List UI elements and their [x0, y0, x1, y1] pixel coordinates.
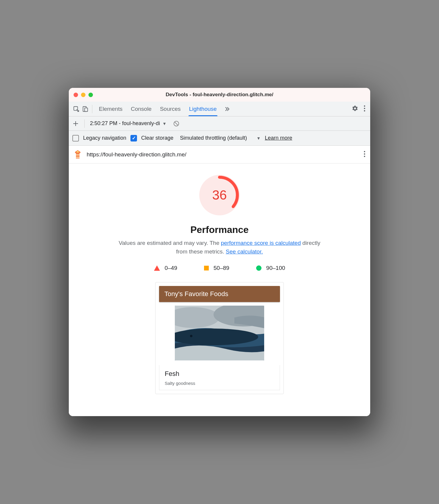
window-title: DevTools - foul-heavenly-direction.glitc…: [69, 92, 370, 98]
score-calculated-link[interactable]: performance score is calculated: [221, 240, 301, 246]
svg-rect-12: [76, 154, 80, 155]
tab-elements[interactable]: Elements: [99, 102, 122, 116]
legend-average: 50–89: [204, 265, 229, 271]
devtools-window: DevTools - foul-heavenly-direction.glitc…: [69, 88, 370, 416]
svg-point-16: [364, 153, 365, 154]
legend-pass-label: 90–100: [266, 265, 285, 271]
tab-sources[interactable]: Sources: [160, 102, 181, 116]
svg-point-5: [364, 110, 365, 111]
legacy-navigation-checkbox[interactable]: [72, 135, 79, 141]
close-window-button[interactable]: [74, 93, 78, 97]
report-url: https://foul-heavenly-direction.glitch.m…: [87, 151, 359, 158]
new-report-button[interactable]: [72, 120, 79, 127]
svg-point-15: [364, 151, 365, 152]
legend-average-label: 50–89: [214, 265, 229, 271]
svg-point-23: [190, 335, 192, 337]
lighthouse-report: 36 Performance Values are estimated and …: [69, 164, 370, 416]
score-legend: 0–49 50–89 90–100: [154, 265, 285, 271]
throttling-label: Simulated throttling (default): [180, 135, 247, 141]
clear-storage-label: Clear storage: [141, 135, 173, 141]
learn-more-link[interactable]: Learn more: [265, 135, 292, 141]
throttling-dropdown-icon[interactable]: ▼: [256, 136, 261, 141]
settings-gear-icon[interactable]: [352, 105, 358, 113]
report-selector[interactable]: 2:50:27 PM - foul-heavenly-di ▼: [90, 120, 166, 127]
panel-tabs: Elements Console Sources Lighthouse: [99, 102, 217, 116]
card-subtitle: Salty goodness: [165, 381, 274, 386]
zoom-window-button[interactable]: [88, 93, 93, 97]
inspect-element-icon[interactable]: [72, 106, 81, 112]
screenshot-card: Tony's Favorite Foods Fesh Salty goodnes…: [155, 282, 284, 394]
performance-heading: Performance: [190, 224, 249, 235]
svg-line-9: [175, 122, 178, 125]
legacy-navigation-label: Legacy navigation: [83, 135, 126, 141]
svg-rect-14: [77, 151, 79, 153]
square-icon: [204, 266, 209, 270]
minimize-window-button[interactable]: [81, 93, 85, 97]
card-image: [175, 306, 264, 360]
tab-console[interactable]: Console: [131, 102, 152, 116]
report-selector-label: 2:50:27 PM - foul-heavenly-di: [90, 120, 160, 127]
circle-icon: [256, 265, 261, 271]
clear-all-icon[interactable]: [172, 120, 181, 127]
triangle-icon: [154, 265, 160, 271]
lighthouse-options: Legacy navigation Clear storage Simulate…: [69, 131, 370, 146]
more-options-icon[interactable]: [364, 105, 365, 113]
legend-fail: 0–49: [154, 265, 177, 271]
performance-score: 36: [199, 175, 240, 215]
report-menu-icon[interactable]: [364, 151, 365, 158]
devtools-toolbar: Elements Console Sources Lighthouse: [69, 102, 370, 116]
lighthouse-toolbar: 2:50:27 PM - foul-heavenly-di ▼: [69, 116, 370, 131]
see-calculator-link[interactable]: See calculator.: [226, 248, 263, 255]
tab-lighthouse[interactable]: Lighthouse: [189, 102, 217, 116]
performance-description: Values are estimated and may vary. The p…: [112, 239, 327, 256]
svg-rect-2: [85, 108, 88, 111]
legend-pass: 90–100: [256, 265, 285, 271]
svg-point-17: [364, 155, 365, 157]
report-url-row: https://foul-heavenly-direction.glitch.m…: [69, 146, 370, 164]
card-title: Fesh: [165, 370, 274, 378]
svg-point-4: [364, 108, 365, 109]
lighthouse-logo-icon: [74, 150, 82, 159]
divider: [92, 105, 92, 113]
card-body: Fesh Salty goodness: [159, 365, 280, 390]
svg-rect-13: [76, 157, 80, 158]
traffic-lights: [74, 93, 93, 97]
more-tabs-icon[interactable]: [223, 105, 231, 113]
device-toolbar-icon[interactable]: [81, 106, 90, 112]
performance-gauge: 36: [199, 175, 240, 215]
divider: [84, 119, 85, 128]
chevron-down-icon: ▼: [162, 121, 166, 126]
card-header: Tony's Favorite Foods: [159, 286, 280, 302]
legend-fail-label: 0–49: [165, 265, 177, 271]
clear-storage-checkbox[interactable]: [130, 135, 137, 141]
titlebar: DevTools - foul-heavenly-direction.glitc…: [69, 88, 370, 102]
svg-point-3: [364, 105, 365, 106]
desc-text-1: Values are estimated and may vary. The: [119, 240, 221, 246]
